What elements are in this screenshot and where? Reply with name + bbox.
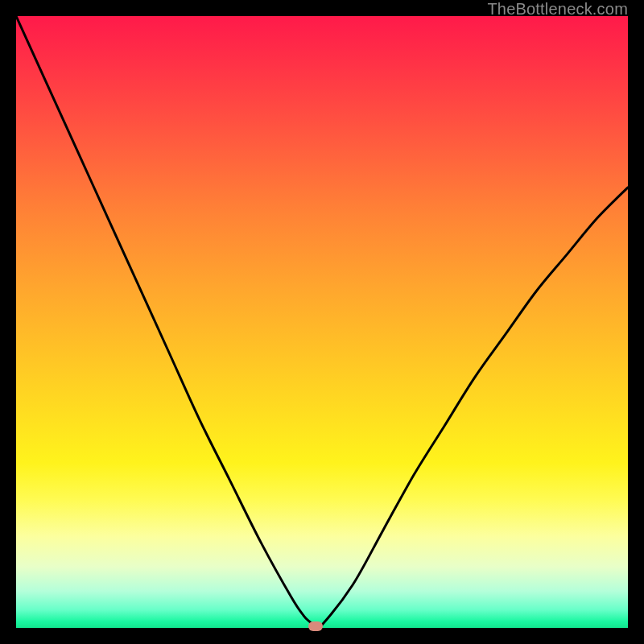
curve-svg — [16, 16, 628, 628]
plot-area — [16, 16, 628, 628]
bottleneck-curve — [16, 16, 628, 628]
chart-container: TheBottleneck.com — [0, 0, 644, 644]
optimal-point-marker — [308, 621, 323, 631]
